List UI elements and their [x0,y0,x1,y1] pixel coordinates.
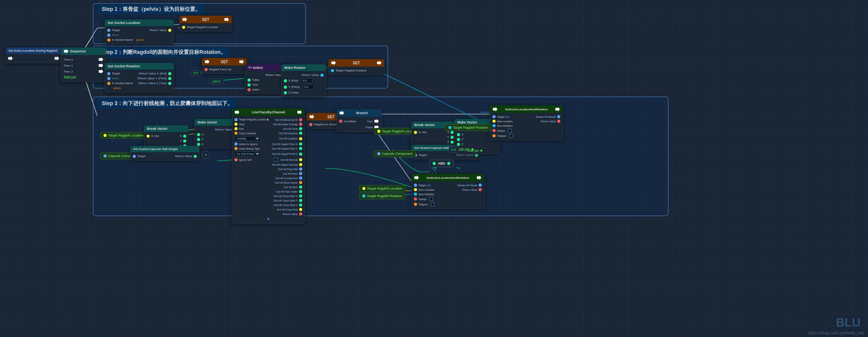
set3-exec-in [331,61,336,65]
gsl1-mesh-pin [107,34,110,37]
make-rotator-node[interactable]: Make Rotator Return Value X (Roll) Y (Pi… [281,64,326,97]
mv2-x-pin [457,133,460,136]
gsr-mesh: Mesh Return Value Y (Pitch) [105,76,174,81]
lt-channel: Trace Channel Out Hit Distance [232,131,304,135]
bv1-y-pin [183,140,186,143]
gsl1-body: Target Return Value Mesh In Socket Name … [105,26,174,44]
lt-impnorm-pin [299,163,302,166]
gsr-mesh-pin [107,77,110,80]
lt-tsy-pin [299,199,302,202]
salr2-body: Target self Sweep Hit Result New Locatio… [411,181,484,209]
set2-node[interactable]: SET Ragdoll Face Up [202,58,247,74]
set3-var: Target Ragdoll Rotation [329,68,384,73]
mr-return: Return Value [282,73,326,77]
set-actor-loc-rot-1[interactable]: SetActorLocationAndRotation Target self … [490,105,563,140]
seq-addpin[interactable]: Add pin [61,74,105,80]
float-value-node-1: 0.0 [191,70,201,76]
gsr-target-pin [107,72,110,75]
set1-header: SET [180,16,232,23]
make-rotator-header: Make Rotator [281,64,326,71]
trl2-pin [377,130,380,133]
salr1-newloc: New Location Return Value [490,119,562,123]
lt-channel-select[interactable]: Visibility [234,136,261,141]
set1-body: Target Ragdoll Location [180,23,232,31]
select-false-pin [248,79,251,82]
lt-expand-arrow[interactable]: ▼ [232,216,304,222]
salr1-sweep-check[interactable] [508,129,512,132]
get-socket-location-1[interactable]: Get Socket Location Target Return Value … [105,19,174,44]
sg-exec-in [310,114,314,119]
gsr-socket: In Socket Name Return Value Z (Yaw) [105,81,174,86]
gsl1-return-pin [168,29,171,32]
lt-impactnormal: Out Hit Impact Normal [232,162,304,167]
gsl1-mesh: Mesh [105,33,174,37]
lt-actor: Out Hit Actor [232,171,304,176]
salr1-sweep: Sweep [490,128,562,133]
salr1-newrot: New Rotation [490,123,562,128]
set3-header: SET [328,59,384,67]
set3-body: Target Ragdoll Rotation [328,67,384,75]
get-scaled-capsule-1[interactable]: Get Scaled Capsule Half Height Target Re… [130,146,199,160]
select-true-pin [248,83,251,86]
bv1-invec: In Vec X [144,134,188,138]
lt-face-pin [299,190,302,193]
mv2-z: Z [455,142,499,147]
set-actor-loc-rot-2[interactable]: SetActorLocationAndRotation Target self … [411,174,484,209]
set2-var-pin [205,68,208,71]
salr2-teleport-check[interactable] [431,202,435,206]
lt-dist-pin [299,132,302,135]
set1-exec-in [183,17,187,22]
add-pin-btn-2[interactable]: Add pin ✚ [467,149,483,153]
sequence-node[interactable]: Sequence Then 0 Then 1 Then 2 Add pin [61,48,106,82]
set3-node[interactable]: SET Target Ragdoll Rotation [328,59,384,75]
mv1-x-pin [197,133,200,136]
salr2-sweep-bool-pin [414,197,417,200]
salr2-newrot-pin [414,193,417,196]
bv1-header: Break Vector [144,125,189,132]
mr-y-input[interactable] [303,85,314,89]
mv2-y-pin [457,138,460,141]
lt-end: End Out Hit Time [232,126,304,131]
gsl1-target-pin [107,29,110,32]
salr1-teleport-check[interactable] [509,134,513,138]
mr-x: X (Roll) [282,77,326,84]
lt-debug-select[interactable]: For One Frame [234,151,261,156]
lt-initial-pin [299,123,302,126]
gsr-return-z-pin [168,82,171,85]
salr1-target: Target self Sweep Hit Result [490,114,562,119]
lt-ignore-check[interactable] [274,158,277,162]
set2-body: Ragdoll Face Up [202,65,247,74]
mr-x-input[interactable] [301,78,313,83]
step3-label: Step 3：向下进行射线检测，防止胶囊体穿到地面以下。 [98,99,236,108]
branch-true-pin [374,119,379,123]
line-trace-node[interactable]: LineTraceByChannel Target Ragdoll Locati… [232,108,305,224]
gsr-return-x-pin [168,72,171,75]
lt-tsz-pin [299,203,302,206]
lt-tsx-pin [299,194,302,197]
lt-target-pin [234,118,237,121]
lt-channel-pin [234,132,237,135]
set1-node[interactable]: SET Target Ragdoll Location [180,16,232,31]
salr2-newrot: New Rotation [412,192,484,196]
get-socket-rotation[interactable]: Get Socket Rotation Target Return Value … [105,63,174,92]
lt-impx-pin [299,143,302,145]
set-actor-location-node[interactable]: Set Actor Location During Ragdoll [6,48,62,63]
lt-exec-out [297,110,302,114]
salr1-teleport-pin [493,134,496,137]
lt-impz-pin [299,153,302,156]
trr3-pin [362,194,365,197]
bv1-y: Y [144,138,188,143]
lt-component: Out Hit Component [232,176,304,180]
bv2-invec-pin [414,131,417,134]
set2-header: SET [202,58,247,65]
lt-retval-pin [299,212,302,215]
step1-label: Step 1：将骨盆（pelvis）设为目标位置。 [98,4,204,14]
lt-loc-pin [299,137,302,140]
set1-var-pin [182,26,185,29]
lt-debug-val: For One Frame Out Hit Impact Point Z [232,151,304,157]
salr2-sweep-check[interactable] [429,197,433,201]
salr1-body: Target self Sweep Hit Result New Locatio… [490,113,563,140]
lt-header: LineTraceByChannel [232,108,305,116]
salr1-newrot-pin [493,124,496,127]
salr1-sweep-pin [557,115,560,118]
